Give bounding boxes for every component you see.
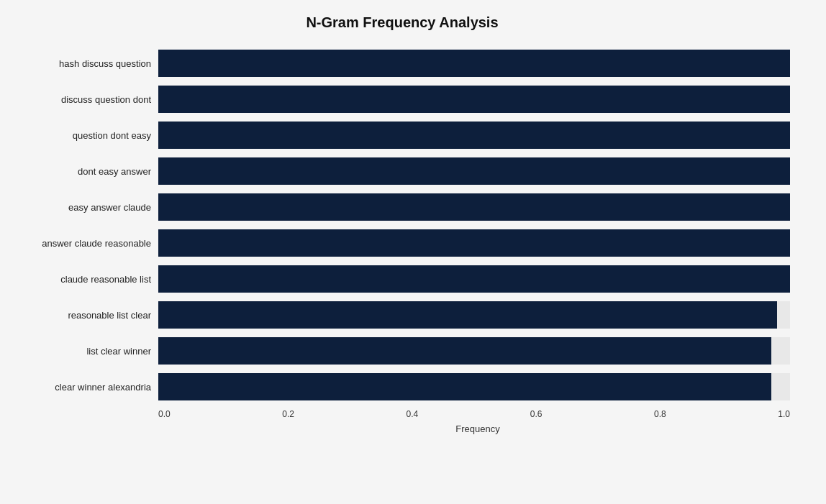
bar-background — [158, 86, 790, 113]
bar-fill — [158, 229, 790, 257]
bar-label: answer claude reasonable — [7, 238, 151, 249]
bar-label: list clear winner — [7, 346, 151, 357]
bar-row: claude reasonable list — [158, 261, 790, 297]
bar-background — [158, 373, 790, 400]
bar-row: easy answer claude — [158, 189, 790, 225]
bar-row: dont easy answer — [158, 153, 790, 189]
bar-background — [158, 122, 790, 149]
bar-background — [158, 50, 790, 77]
x-tick-label: 0.8 — [654, 409, 666, 419]
bar-background — [158, 157, 790, 185]
bar-row: question dont easy — [158, 117, 790, 153]
bar-fill — [158, 373, 771, 400]
bar-row: discuss question dont — [158, 81, 790, 117]
bar-label: dont easy answer — [7, 166, 151, 177]
chart-title: N-Gram Frequency Analysis — [7, 14, 797, 31]
bars-section: hash discuss questiondiscuss question do… — [7, 45, 797, 405]
bar-row: answer claude reasonable — [158, 225, 790, 261]
x-tick-label: 0.0 — [158, 409, 171, 419]
bar-fill — [158, 86, 790, 113]
bar-label: clear winner alexandria — [7, 382, 151, 393]
bar-label: claude reasonable list — [7, 274, 151, 285]
bar-row: list clear winner — [158, 333, 790, 369]
bar-background — [158, 337, 790, 365]
x-axis: 0.00.20.40.60.81.0 — [7, 409, 797, 419]
bar-fill — [158, 157, 790, 185]
bar-background — [158, 301, 790, 329]
bar-row: reasonable list clear — [158, 297, 790, 333]
bar-row: hash discuss question — [158, 45, 790, 81]
x-tick-label: 0.4 — [407, 409, 419, 419]
bar-background — [158, 193, 790, 221]
bar-label: easy answer claude — [7, 202, 151, 213]
bar-label: hash discuss question — [7, 58, 151, 69]
x-tick-label: 0.6 — [530, 409, 543, 419]
bar-fill — [158, 301, 777, 329]
bar-fill — [158, 50, 790, 77]
x-axis-label: Frequency — [7, 423, 797, 434]
bar-label: question dont easy — [7, 130, 151, 141]
x-ticks: 0.00.20.40.60.81.0 — [158, 409, 790, 419]
x-tick-label: 0.2 — [282, 409, 294, 419]
bar-label: reasonable list clear — [7, 310, 151, 321]
bar-background — [158, 265, 790, 293]
bar-fill — [158, 337, 771, 365]
chart-area: hash discuss questiondiscuss question do… — [7, 45, 797, 434]
bar-background — [158, 229, 790, 257]
chart-container: N-Gram Frequency Analysis hash discuss q… — [0, 0, 826, 504]
bar-fill — [158, 265, 790, 293]
bar-label: discuss question dont — [7, 94, 151, 105]
bar-row: clear winner alexandria — [158, 369, 790, 405]
bar-fill — [158, 193, 790, 221]
bar-fill — [158, 122, 790, 149]
x-tick-label: 1.0 — [778, 409, 790, 419]
